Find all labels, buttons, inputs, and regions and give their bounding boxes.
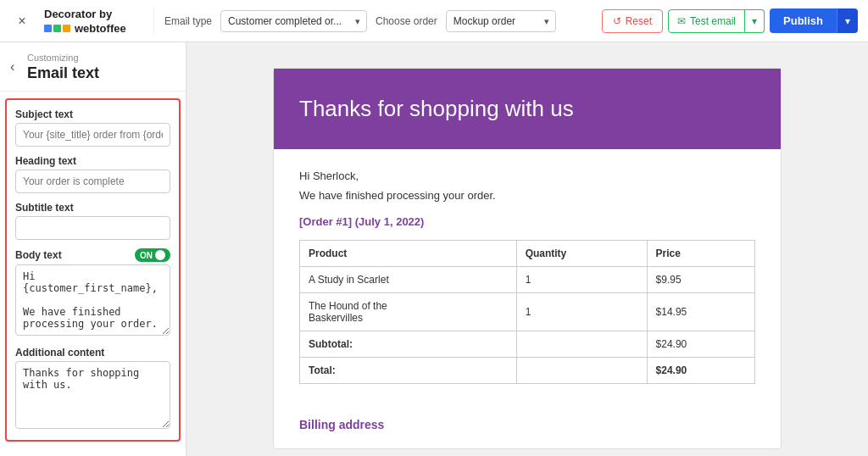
reset-label: Reset: [626, 15, 652, 27]
test-email-group: ✉ Test email ▾: [668, 9, 765, 33]
order-table: Product Quantity Price A Study in Scarle…: [299, 240, 755, 384]
product-name-2: The Hound of theBaskervilles: [300, 293, 517, 331]
email-type-select[interactable]: Customer completed or...: [220, 10, 367, 32]
table-row: The Hound of theBaskervilles 1 $14.95: [300, 293, 755, 331]
body-text-input[interactable]: Hi {customer_first_name}, We have finish…: [15, 264, 170, 336]
brand-logo-text: webtoffee: [75, 22, 126, 35]
email-header-title: Thanks for shopping with us: [299, 96, 755, 122]
col-price: Price: [647, 241, 754, 267]
email-text-fields: Subject text Heading text Subtitle text …: [5, 98, 181, 442]
additional-content-field-group: Additional content Thanks for shopping w…: [15, 347, 170, 431]
test-email-chevron-button[interactable]: ▾: [745, 9, 765, 33]
quantity-2: 1: [516, 293, 647, 331]
preview-area: Thanks for shopping with us Hi Sherlock,…: [186, 42, 868, 456]
additional-content-label: Additional content: [15, 347, 170, 359]
sidebar-header: ‹ Customizing Email text: [0, 42, 186, 92]
sidebar: ‹ Customizing Email text Subject text He…: [0, 42, 186, 456]
topbar: × Decorator by webtoffee Email type Cust…: [0, 0, 868, 42]
sidebar-title: Email text: [12, 64, 174, 82]
breadcrumb: Customizing: [12, 53, 174, 63]
subject-text-label: Subject text: [15, 108, 170, 120]
total-value: $24.90: [647, 358, 754, 384]
quantity-1: 1: [516, 267, 647, 293]
email-icon: ✉: [677, 15, 686, 27]
body-text-label: Body text ON: [15, 248, 170, 262]
col-quantity: Quantity: [516, 241, 647, 267]
email-type-label: Email type: [164, 15, 212, 27]
brand-icon: [44, 25, 70, 32]
body-text-toggle[interactable]: ON: [135, 248, 170, 262]
total-label: Total:: [300, 358, 517, 384]
choose-order-select[interactable]: Mockup order: [446, 10, 556, 32]
col-product: Product: [300, 241, 517, 267]
publish-button[interactable]: Publish: [770, 8, 837, 33]
toggle-label: ON: [140, 251, 153, 260]
topbar-controls: Email type Customer completed or... Choo…: [164, 10, 592, 32]
subtotal-value: $24.90: [647, 331, 754, 358]
publish-group: Publish ▾: [770, 8, 858, 33]
email-preview-body: Hi Sherlock, We have finished processing…: [274, 149, 781, 404]
email-preview-header: Thanks for shopping with us: [274, 69, 781, 149]
table-row: A Study in Scarlet 1 $9.95: [300, 267, 755, 293]
email-intro: We have finished processing your order.: [299, 189, 755, 202]
billing-section: Billing address: [274, 404, 781, 448]
subtotal-row: Subtotal: $24.90: [300, 331, 755, 358]
topbar-actions: ↺ Reset ✉ Test email ▾ Publish ▾: [602, 8, 858, 33]
choose-order-select-wrap: Mockup order: [446, 10, 556, 32]
back-button[interactable]: ‹: [7, 56, 18, 78]
toggle-knob: [155, 250, 165, 260]
test-email-label: Test email: [690, 15, 736, 27]
brand-name: Decorator by: [44, 8, 112, 20]
additional-content-input[interactable]: Thanks for shopping with us.: [15, 361, 170, 429]
subtotal-label: Subtotal:: [300, 331, 517, 358]
product-name-1: A Study in Scarlet: [300, 267, 517, 293]
publish-chevron-button[interactable]: ▾: [837, 8, 858, 33]
subtitle-text-label: Subtitle text: [15, 202, 170, 214]
price-2: $14.95: [647, 293, 754, 331]
email-preview-card: Thanks for shopping with us Hi Sherlock,…: [273, 68, 782, 449]
email-greeting: Hi Sherlock,: [299, 170, 755, 182]
heading-text-field-group: Heading text: [15, 155, 170, 193]
subtitle-text-field-group: Subtitle text: [15, 202, 170, 240]
choose-order-label: Choose order: [376, 15, 437, 27]
main-layout: ‹ Customizing Email text Subject text He…: [0, 42, 868, 456]
email-type-select-wrap: Customer completed or...: [220, 10, 367, 32]
total-row: Total: $24.90: [300, 358, 755, 384]
reset-icon: ↺: [613, 15, 621, 27]
price-1: $9.95: [647, 267, 754, 293]
heading-text-input[interactable]: [15, 170, 170, 193]
test-email-button[interactable]: ✉ Test email: [668, 9, 745, 33]
reset-button[interactable]: ↺ Reset: [602, 9, 663, 33]
subject-text-input[interactable]: [15, 123, 170, 147]
subtitle-text-input[interactable]: [15, 216, 170, 240]
billing-title: Billing address: [299, 418, 755, 431]
brand-logo: Decorator by webtoffee: [44, 8, 154, 35]
close-button[interactable]: ×: [10, 9, 34, 33]
email-order-link[interactable]: [Order #1] (July 1, 2022): [299, 215, 755, 228]
subject-text-field-group: Subject text: [15, 108, 170, 147]
body-text-field-group: Body text ON Hi {customer_first_name}, W…: [15, 248, 170, 338]
heading-text-label: Heading text: [15, 155, 170, 167]
